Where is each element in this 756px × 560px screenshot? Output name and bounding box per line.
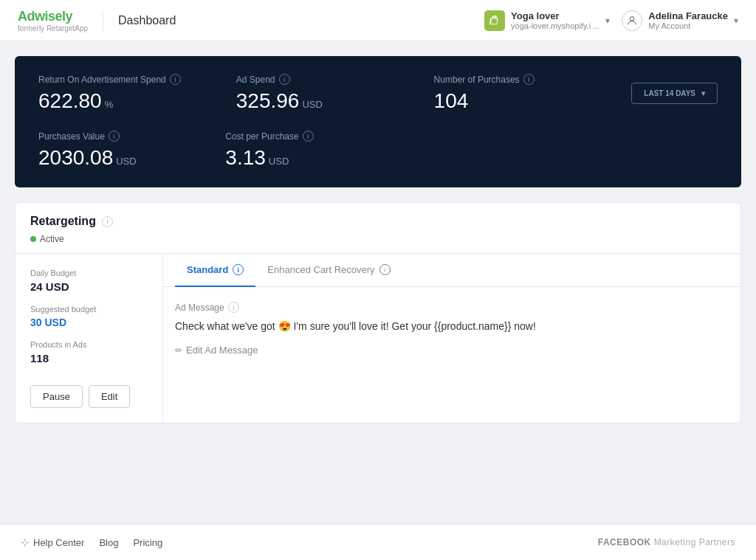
header-right: Yoga lover yoga-lover.myshopify.i ... ▾ … bbox=[484, 10, 738, 31]
stats-row-2: Purchases Value i 2030.08USD Cost per Pu… bbox=[38, 131, 718, 170]
retargeting-title: Retargeting bbox=[30, 215, 96, 228]
edit-ad-message-label: Edit Ad Message bbox=[186, 345, 258, 356]
date-filter-button[interactable]: LAST 14 DAYS ▾ bbox=[631, 83, 718, 104]
store-info: Yoga lover yoga-lover.myshopify.i ... bbox=[511, 10, 599, 30]
action-buttons: Pause Edit bbox=[30, 385, 148, 408]
purchases-value-info-icon[interactable]: i bbox=[109, 131, 120, 142]
stat-purchases-value: 104 bbox=[434, 89, 632, 113]
stat-purchases-label: Number of Purchases i bbox=[434, 74, 632, 85]
retargeting-right-panel: Standard i Enhanced Cart Recovery i Ad M… bbox=[163, 254, 740, 423]
store-dropdown-arrow: ▾ bbox=[605, 15, 610, 26]
stat-ad-spend-label: Ad Spend i bbox=[236, 74, 434, 85]
retargeting-info-icon[interactable]: i bbox=[102, 216, 113, 227]
tab-content-standard: Ad Message i Check what we've got 😍 I'm … bbox=[163, 287, 740, 370]
stat-ad-spend-value: 325.96USD bbox=[236, 89, 434, 113]
enhanced-cart-recovery-info-icon[interactable]: i bbox=[379, 264, 391, 275]
retargeting-section: Retargeting i Active Daily Budget 24 USD… bbox=[15, 202, 741, 424]
pencil-icon: ✏ bbox=[175, 345, 182, 356]
shopify-logo-svg bbox=[488, 14, 501, 27]
standard-tab-info-icon[interactable]: i bbox=[233, 264, 244, 275]
account-name: Adelina Faraucke bbox=[648, 10, 728, 21]
store-selector[interactable]: Yoga lover yoga-lover.myshopify.i ... ▾ bbox=[484, 10, 610, 31]
stat-roas-value: 622.80% bbox=[38, 89, 236, 113]
edit-ad-message-link[interactable]: ✏ Edit Ad Message bbox=[175, 345, 729, 356]
active-label: Active bbox=[40, 234, 64, 244]
suggested-budget-label: Suggested budget bbox=[30, 305, 148, 314]
header: Adwisely formerly RetargetApp Dashboard … bbox=[0, 0, 756, 41]
date-filter-label: LAST 14 DAYS bbox=[644, 89, 695, 97]
stat-purchases-value-item: Purchases Value i 2030.08USD bbox=[38, 131, 225, 170]
stat-purchases: Number of Purchases i 104 bbox=[434, 74, 632, 113]
retargeting-body: Daily Budget 24 USD Suggested budget 30 … bbox=[16, 254, 740, 423]
ad-message-info-icon[interactable]: i bbox=[228, 302, 239, 313]
daily-budget-value: 24 USD bbox=[30, 280, 148, 293]
logo-sub: formerly RetargetApp bbox=[18, 24, 88, 32]
retargeting-header: Retargeting i Active bbox=[16, 203, 740, 254]
header-divider bbox=[103, 10, 103, 31]
store-name: Yoga lover bbox=[511, 10, 599, 21]
ad-spend-info-icon[interactable]: i bbox=[279, 74, 290, 85]
retargeting-left-panel: Daily Budget 24 USD Suggested budget 30 … bbox=[16, 254, 163, 423]
account-selector[interactable]: Adelina Faraucke My Account ▾ bbox=[622, 10, 738, 31]
tab-enhanced-cart-recovery[interactable]: Enhanced Cart Recovery i bbox=[255, 254, 402, 287]
purchases-info-icon[interactable]: i bbox=[523, 74, 535, 85]
cost-per-purchase-info-icon[interactable]: i bbox=[303, 131, 314, 142]
account-dropdown-arrow: ▾ bbox=[734, 15, 738, 26]
ad-message-text: Check what we've got 😍 I'm sure you'll l… bbox=[175, 319, 729, 334]
tabs-bar: Standard i Enhanced Cart Recovery i bbox=[163, 254, 740, 287]
user-icon-svg bbox=[626, 15, 638, 27]
shopify-icon bbox=[484, 10, 505, 31]
account-label: My Account bbox=[648, 21, 728, 30]
header-left: Adwisely formerly RetargetApp Dashboard bbox=[18, 9, 176, 32]
roas-info-icon[interactable]: i bbox=[170, 74, 181, 85]
store-url: yoga-lover.myshopify.i ... bbox=[511, 21, 599, 30]
edit-button[interactable]: Edit bbox=[89, 385, 130, 408]
suggested-budget-value[interactable]: 30 USD bbox=[30, 317, 148, 328]
stat-purchases-value-val: 2030.08USD bbox=[38, 146, 225, 170]
date-filter-arrow: ▾ bbox=[701, 89, 705, 97]
products-in-ads-value: 118 bbox=[30, 352, 148, 364]
active-dot bbox=[30, 236, 36, 242]
stat-cost-per-purchase: Cost per Purchase i 3.13USD bbox=[225, 131, 412, 170]
account-info: Adelina Faraucke My Account bbox=[648, 10, 728, 30]
stat-roas-label: Return On Advertisement Spend i bbox=[38, 74, 236, 85]
account-icon bbox=[622, 10, 642, 31]
stat-roas: Return On Advertisement Spend i 622.80% bbox=[38, 74, 236, 113]
logo: Adwisely formerly RetargetApp bbox=[18, 9, 88, 32]
retargeting-title-row: Retargeting i Active bbox=[30, 215, 113, 244]
daily-budget-label: Daily Budget bbox=[30, 269, 148, 277]
tab-standard[interactable]: Standard i bbox=[175, 254, 255, 287]
stats-row-1: Return On Advertisement Spend i 622.80% … bbox=[38, 74, 718, 113]
retargeting-title-wrapper: Retargeting i bbox=[30, 215, 113, 228]
stat-cost-per-purchase-val: 3.13USD bbox=[225, 146, 412, 170]
active-badge: Active bbox=[30, 234, 113, 244]
page-title: Dashboard bbox=[118, 14, 176, 27]
svg-point-0 bbox=[630, 16, 634, 20]
products-in-ads-label: Products in Ads bbox=[30, 340, 148, 349]
stat-purchases-value-label: Purchases Value i bbox=[38, 131, 225, 142]
ad-message-label: Ad Message i bbox=[175, 302, 729, 313]
stat-cost-per-purchase-label: Cost per Purchase i bbox=[225, 131, 412, 142]
logo-text: Adwisely bbox=[18, 9, 88, 24]
stat-ad-spend: Ad Spend i 325.96USD bbox=[236, 74, 434, 113]
pause-button[interactable]: Pause bbox=[30, 385, 83, 408]
stats-panel: Return On Advertisement Spend i 622.80% … bbox=[15, 56, 741, 187]
